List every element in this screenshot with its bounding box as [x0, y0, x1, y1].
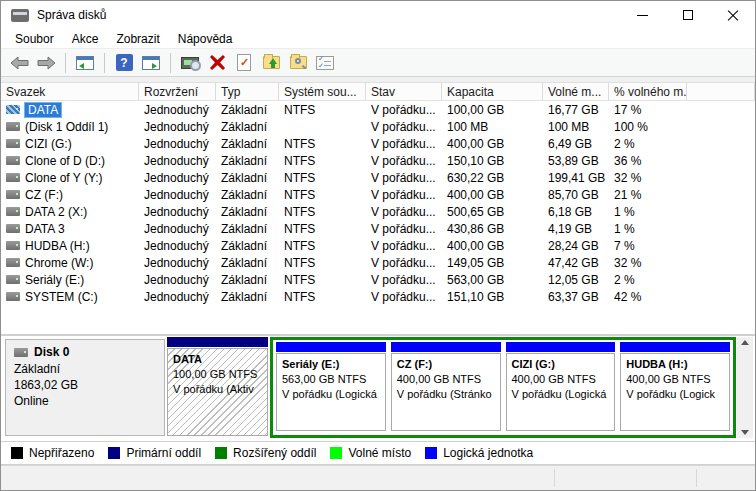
- row-status: V pořádku...: [366, 237, 442, 254]
- show-console-tree-icon: [76, 56, 94, 70]
- row-free: 6,18 GB: [543, 203, 609, 220]
- partition-name: CIZI (G:): [512, 357, 610, 372]
- row-type: Základní: [216, 254, 279, 271]
- partition-name: CZ (F:): [397, 357, 495, 372]
- delete-volume-button[interactable]: [205, 52, 229, 74]
- row-free: 53,89 GB: [543, 152, 609, 169]
- legend-item-primarni-oddil: Primární oddíl: [108, 446, 201, 460]
- legend-bar: Nepřiřazeno Primární oddíl Rozšířený odd…: [1, 441, 755, 465]
- forward-button[interactable]: [34, 52, 58, 74]
- row-pct: 17 %: [609, 101, 687, 118]
- table-row[interactable]: DATA 3 Jednoduchý Základní NTFS V pořádk…: [1, 220, 755, 237]
- back-icon: [10, 56, 29, 70]
- partition-data[interactable]: DATA 100,00 GB NTFS V pořádku (Aktiv: [167, 337, 268, 438]
- table-row[interactable]: Seriály (E:) Jednoduchý Základní NTFS V …: [1, 271, 755, 288]
- maximize-button[interactable]: [665, 1, 710, 29]
- partition-serialy-e[interactable]: Seriály (E:) 563,00 GB NTFS V pořádku (L…: [276, 342, 386, 433]
- row-layout: Jednoduchý: [139, 254, 216, 271]
- row-type: Základní: [216, 135, 279, 152]
- disk-name: Disk 0: [34, 345, 69, 359]
- show-console-tree-button[interactable]: [73, 52, 97, 74]
- menu-akce[interactable]: Akce: [63, 30, 108, 48]
- table-row[interactable]: Clone of D (D:) Jednoduchý Základní NTFS…: [1, 152, 755, 169]
- partition-status: V pořádku (Stránko: [397, 387, 495, 402]
- refresh-view-button[interactable]: [178, 52, 202, 74]
- table-row[interactable]: CZ (F:) Jednoduchý Základní NTFS V pořád…: [1, 186, 755, 203]
- row-type: Základní: [216, 101, 279, 118]
- partition-size: 400,00 GB NTFS: [397, 372, 495, 387]
- minimize-button[interactable]: [620, 1, 665, 29]
- column-header-system-souboru[interactable]: Systém sou...: [279, 83, 366, 100]
- row-status: V pořádku...: [366, 169, 442, 186]
- toolbar: ?: [1, 48, 755, 77]
- row-layout: Jednoduchý: [139, 220, 216, 237]
- toolbar-separator: [170, 53, 171, 73]
- minimize-icon: [637, 15, 648, 16]
- table-row[interactable]: HUDBA (H:) Jednoduchý Základní NTFS V po…: [1, 237, 755, 254]
- row-capacity: 400,00 GB: [442, 135, 543, 152]
- row-type: Základní: [216, 152, 279, 169]
- column-header-volne-misto[interactable]: Volné m...: [543, 83, 609, 100]
- volume-icon: [6, 207, 20, 216]
- row-free: 100 MB: [543, 118, 609, 135]
- row-layout: Jednoduchý: [139, 203, 216, 220]
- table-row[interactable]: Chrome (W:) Jednoduchý Základní NTFS V p…: [1, 254, 755, 271]
- view-options-button[interactable]: [313, 52, 337, 74]
- column-header-stav[interactable]: Stav: [366, 83, 442, 100]
- column-header-procento-volneho[interactable]: % volného m...: [609, 83, 687, 100]
- legend-swatch-logical-drive: [425, 447, 437, 459]
- maximize-icon: [683, 10, 693, 20]
- row-free: 12,05 GB: [543, 271, 609, 288]
- volume-name: Seriály (E:): [25, 273, 84, 287]
- row-status: V pořádku...: [366, 254, 442, 271]
- scroll-down-icon[interactable]: [741, 430, 749, 435]
- row-fs: NTFS: [279, 101, 366, 118]
- table-row[interactable]: DATA 2 (X:) Jednoduchý Základní NTFS V p…: [1, 203, 755, 220]
- help-button[interactable]: ?: [112, 52, 136, 74]
- scroll-up-icon[interactable]: [741, 340, 749, 345]
- volume-name: Chrome (W:): [25, 256, 93, 270]
- menu-napoveda[interactable]: Nápověda: [169, 30, 242, 48]
- volume-icon: [6, 258, 20, 267]
- list-header: Svazek Rozvržení Typ Systém sou... Stav …: [1, 83, 755, 101]
- column-header-typ[interactable]: Typ: [216, 83, 279, 100]
- partition-cizi-g[interactable]: CIZI (G:) 400,00 GB NTFS V pořádku (Logi…: [506, 342, 616, 433]
- volume-name: CZ (F:): [25, 188, 63, 202]
- row-pct: 32 %: [609, 169, 687, 186]
- menu-soubor[interactable]: Soubor: [6, 30, 63, 48]
- column-header-svazek[interactable]: Svazek: [1, 83, 139, 100]
- show-action-pane-button[interactable]: [139, 52, 163, 74]
- properties-button[interactable]: [232, 52, 256, 74]
- explore-folder-button[interactable]: [286, 52, 310, 74]
- partition-name: HUDBA (H:): [626, 357, 724, 372]
- table-row[interactable]: SYSTEM (C:) Jednoduchý Základní NTFS V p…: [1, 288, 755, 305]
- column-header-kapacita[interactable]: Kapacita: [442, 83, 543, 100]
- legend-item-neprirazeno: Nepřiřazeno: [11, 446, 94, 460]
- row-status: V pořádku...: [366, 288, 442, 305]
- row-layout: Jednoduchý: [139, 152, 216, 169]
- row-pct: 21 %: [609, 186, 687, 203]
- menu-zobrazit[interactable]: Zobrazit: [107, 30, 168, 48]
- disk0-info-panel[interactable]: Disk 0 Základní 1863,02 GB Online: [5, 339, 165, 436]
- back-button[interactable]: [7, 52, 31, 74]
- partition-size: 100,00 GB NTFS: [173, 367, 262, 382]
- volume-list: Svazek Rozvržení Typ Systém sou... Stav …: [1, 83, 755, 334]
- row-type: Základní: [216, 237, 279, 254]
- row-fs: NTFS: [279, 135, 366, 152]
- show-action-pane-icon: [142, 56, 160, 70]
- vertical-scrollbar[interactable]: [737, 337, 753, 438]
- volume-icon: [6, 122, 20, 131]
- close-button[interactable]: [710, 1, 755, 29]
- open-folder-button[interactable]: [259, 52, 283, 74]
- partition-hudba-h[interactable]: HUDBA (H:) 400,00 GB NTFS V pořádku (Log…: [620, 342, 730, 433]
- row-fs: NTFS: [279, 237, 366, 254]
- table-row[interactable]: (Disk 1 Oddíl 1) Jednoduchý Základní V p…: [1, 118, 755, 135]
- table-row[interactable]: CIZI (G:) Jednoduchý Základní NTFS V poř…: [1, 135, 755, 152]
- column-header-rozvrzeni[interactable]: Rozvržení: [139, 83, 216, 100]
- title-bar: Správa disků: [1, 1, 755, 29]
- partition-status: V pořádku (Aktiv: [173, 382, 262, 397]
- table-row[interactable]: DATA Jednoduchý Základní NTFS V pořádku.…: [1, 101, 755, 118]
- partition-cz-f[interactable]: CZ (F:) 400,00 GB NTFS V pořádku (Stránk…: [391, 342, 501, 433]
- volume-name: DATA 2 (X:): [25, 205, 87, 219]
- table-row[interactable]: Clone of Y (Y:) Jednoduchý Základní NTFS…: [1, 169, 755, 186]
